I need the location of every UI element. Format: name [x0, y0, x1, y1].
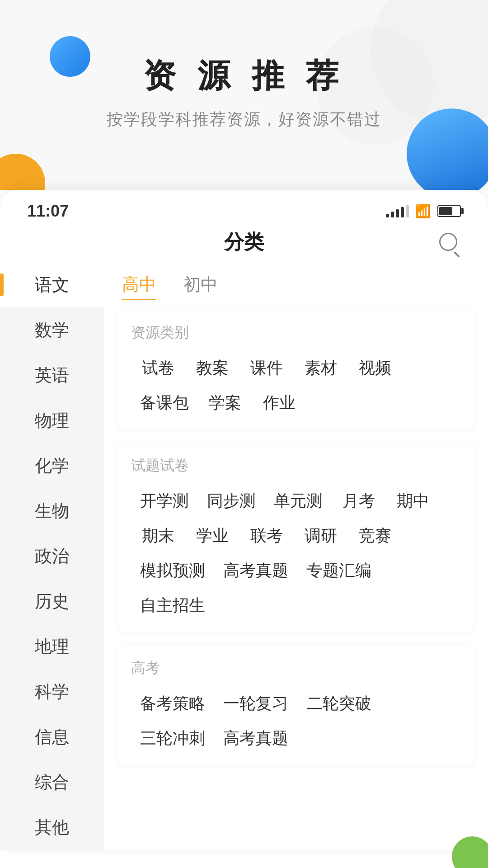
grade-tabs: 高中 初中: [117, 262, 474, 309]
nav-bar: 分类: [0, 222, 488, 262]
section-card-exam: 试题试卷 开学测 同步测 单元测 月考 期中 期末 学业 联考 调研 竞赛 模拟…: [117, 442, 474, 632]
section-card-resource-type: 资源类别 试卷 教案 课件 素材 视频 备课包 学案 作业: [117, 309, 474, 429]
sidebar: 语文 数学 英语 物理 化学 生物 政治 历史: [0, 262, 104, 850]
tag-zizhuzs[interactable]: 自主招生: [131, 593, 214, 618]
tag-yuekao[interactable]: 月考: [332, 488, 386, 514]
wifi-icon: 📶: [415, 204, 431, 219]
tag-zuoye[interactable]: 作业: [252, 390, 306, 416]
sidebar-item-dili[interactable]: 地理: [0, 624, 104, 669]
tag-jingsai[interactable]: 竞赛: [348, 523, 402, 549]
sidebar-item-wuli[interactable]: 物理: [0, 398, 104, 443]
sidebar-item-kexue[interactable]: 科学: [0, 669, 104, 714]
tags-exam: 开学测 同步测 单元测 月考 期中 期末 学业 联考 调研 竞赛 模拟预测 高考…: [131, 488, 461, 618]
tag-xueye[interactable]: 学业: [185, 523, 239, 549]
yellow-decoration: [0, 154, 45, 190]
tag-gaokaozhenti2[interactable]: 高考真题: [214, 726, 297, 751]
tag-yilunfuxi[interactable]: 一轮复习: [214, 691, 297, 717]
tag-moniyuce[interactable]: 模拟预测: [131, 558, 214, 584]
tab-gaozhong[interactable]: 高中: [122, 273, 156, 300]
tag-danyuance[interactable]: 单元测: [265, 488, 332, 514]
tag-beikebao[interactable]: 备课包: [131, 390, 198, 416]
status-time: 11:07: [27, 202, 69, 221]
tag-diaoyan[interactable]: 调研: [294, 523, 348, 549]
tag-liankao[interactable]: 联考: [239, 523, 294, 549]
nav-title: 分类: [224, 229, 264, 255]
right-content: 高中 初中 资源类别 试卷 教案 课件 素材 视频 备课包 学案 作业: [104, 262, 488, 850]
battery-icon: [437, 205, 461, 217]
tag-kaixuece[interactable]: 开学测: [131, 488, 198, 514]
tag-qimo[interactable]: 期末: [131, 523, 185, 549]
sidebar-item-qita[interactable]: 其他: [0, 805, 104, 850]
section-title-resource-type: 资源类别: [131, 323, 461, 343]
status-bar: 11:07 📶: [0, 190, 488, 222]
sidebar-item-xinxi[interactable]: 信息: [0, 714, 104, 760]
sidebar-item-shuxue[interactable]: 数学: [0, 307, 104, 353]
tag-sanlunchongci[interactable]: 三轮冲刺: [131, 726, 214, 751]
tab-chuzhong[interactable]: 初中: [183, 273, 218, 300]
search-icon: [439, 233, 457, 251]
status-icons: 📶: [386, 204, 461, 219]
signal-icon: [386, 205, 409, 217]
sidebar-item-zhengzhi[interactable]: 政治: [0, 533, 104, 579]
tag-jiaoan[interactable]: 教案: [185, 355, 239, 381]
splash-subtitle: 按学段学科推荐资源，好资源不错过: [0, 108, 488, 131]
tags-resource-type: 试卷 教案 课件 素材 视频 备课包 学案 作业: [131, 355, 461, 416]
tag-shijuan[interactable]: 试卷: [131, 355, 185, 381]
tag-tongbuce[interactable]: 同步测: [198, 488, 265, 514]
tag-kejian[interactable]: 课件: [239, 355, 294, 381]
search-button[interactable]: [436, 229, 461, 255]
section-title-gaokao: 高考: [131, 658, 461, 678]
tag-erluntupuo[interactable]: 二轮突破: [297, 691, 380, 717]
tag-beikaocelue[interactable]: 备考策略: [131, 691, 214, 717]
section-title-exam: 试题试卷: [131, 456, 461, 476]
sidebar-item-yuwen[interactable]: 语文: [0, 262, 104, 307]
section-card-gaokao: 高考 备考策略 一轮复习 二轮突破 三轮冲刺 高考真题: [117, 645, 474, 765]
tag-sucai[interactable]: 素材: [294, 355, 348, 381]
tag-xuean[interactable]: 学案: [198, 390, 252, 416]
phone-card: 11:07 📶 分类 语文: [0, 190, 488, 850]
sidebar-item-zonghe[interactable]: 综合: [0, 760, 104, 805]
tag-shipin[interactable]: 视频: [348, 355, 402, 381]
tags-gaokao: 备考策略 一轮复习 二轮突破 三轮冲刺 高考真题: [131, 691, 461, 751]
sidebar-item-shengwu[interactable]: 生物: [0, 488, 104, 533]
tag-gaokaozhenti[interactable]: 高考真题: [214, 558, 297, 584]
sidebar-item-lishi[interactable]: 历史: [0, 579, 104, 624]
main-layout: 语文 数学 英语 物理 化学 生物 政治 历史: [0, 262, 488, 850]
sidebar-item-yingyu[interactable]: 英语: [0, 353, 104, 398]
sidebar-item-huaxue[interactable]: 化学: [0, 443, 104, 488]
tag-zhuantihb[interactable]: 专题汇编: [297, 558, 380, 584]
splash-area: 资 源 推 荐 按学段学科推荐资源，好资源不错过: [0, 0, 488, 190]
tag-qizhong[interactable]: 期中: [386, 488, 440, 514]
splash-title: 资 源 推 荐: [0, 54, 488, 98]
